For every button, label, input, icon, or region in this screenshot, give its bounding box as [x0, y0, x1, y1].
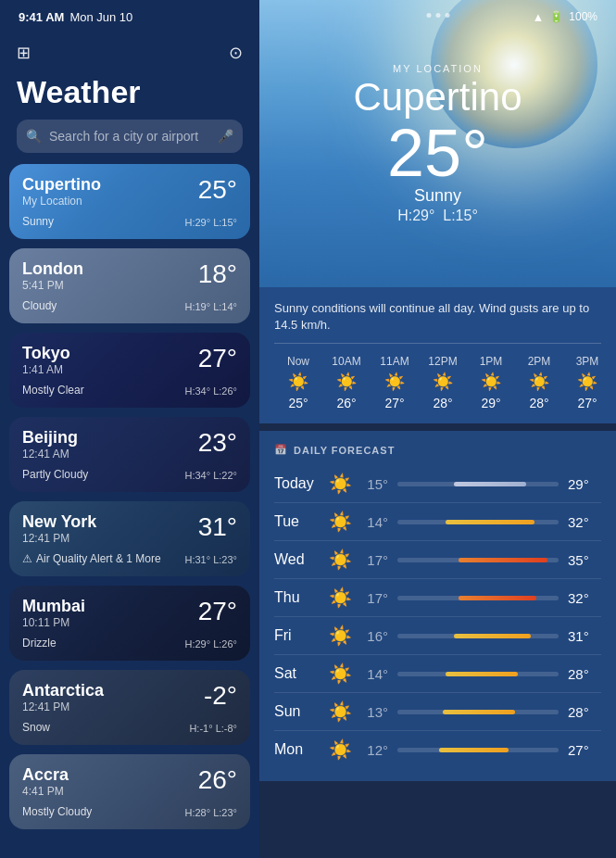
daily-icon: ☀️	[325, 738, 355, 761]
hourly-item: 10AM ☀️ 26°	[322, 355, 371, 410]
city-temp: 18°	[198, 259, 237, 289]
city-condition: Snow	[22, 721, 50, 734]
daily-day: Thu	[274, 589, 325, 606]
city-temp: 31°	[198, 512, 237, 542]
city-high-low: H:34° L:22°	[185, 470, 238, 481]
daily-day: Tue	[274, 513, 325, 530]
daily-bar-container	[397, 672, 559, 676]
status-bar: 9:41 AM Mon Jun 10 ▲ 🔋 100%	[0, 0, 616, 33]
hero-high-low: H:29° L:15°	[353, 208, 522, 224]
city-condition: Cloudy	[22, 299, 57, 312]
hourly-time: 10AM	[332, 355, 360, 368]
daily-bar-container	[397, 520, 559, 524]
hourly-temp: 28°	[529, 396, 548, 410]
hourly-icon: ☀️	[336, 372, 357, 392]
city-high-low: H:28° L:23°	[185, 807, 238, 818]
hourly-description: Sunny conditions will continue all day. …	[274, 300, 601, 344]
city-card-mumbai[interactable]: Mumbai 10:11 PM 27° Drizzle H:29° L:26°	[9, 586, 250, 661]
city-condition: Mostly Clear	[22, 384, 84, 397]
city-temp: 25°	[198, 175, 237, 205]
daily-bar	[439, 748, 509, 752]
hourly-temp: 28°	[433, 396, 452, 410]
city-high-low: H:29° L:26°	[185, 638, 238, 650]
city-time: 12:41 AM	[22, 448, 78, 461]
calendar-icon: 📅	[274, 444, 288, 456]
city-name: Tokyo	[22, 344, 70, 363]
hourly-section: Sunny conditions will continue all day. …	[259, 287, 616, 423]
more-options-button[interactable]: ⊙	[229, 43, 243, 63]
daily-bar	[459, 596, 536, 600]
daily-high: 32°	[568, 514, 601, 530]
hero-section: MY LOCATION Cupertino 25° Sunny H:29° L:…	[259, 0, 616, 287]
hourly-item: 12PM ☀️ 28°	[419, 355, 467, 410]
city-name: New York	[22, 512, 96, 532]
city-name: Beijing	[22, 428, 78, 448]
city-card-antarctica[interactable]: Antarctica 12:41 PM -2° Snow H:-1° L:-8°	[9, 670, 250, 745]
city-name: Accra	[22, 765, 69, 785]
city-high-low: H:29° L:15°	[185, 217, 238, 228]
hourly-icon: ☀️	[433, 372, 453, 392]
daily-low: 13°	[355, 704, 388, 720]
city-high-low: H:34° L:26°	[185, 385, 238, 397]
daily-bar-container	[397, 558, 559, 562]
wifi-icon: ▲	[532, 10, 544, 24]
hourly-temp: 27°	[384, 396, 404, 410]
city-card-tokyo[interactable]: Tokyo 1:41 AM 27° Mostly Clear H:34° L:2…	[9, 333, 250, 408]
city-time: My Location	[22, 195, 101, 208]
sidebar-toggle-icon[interactable]: ⊞	[17, 43, 31, 63]
city-name: Cupertino	[22, 175, 101, 195]
daily-label: 📅 DAILY FORECAST	[274, 444, 601, 456]
daily-bar-container	[397, 710, 559, 714]
city-card-cupertino[interactable]: Cupertino My Location 25° Sunny H:29° L:…	[9, 164, 250, 239]
daily-forecast-row: Today ☀️ 15° 29°	[274, 465, 601, 503]
daily-bar-container	[397, 748, 559, 752]
search-input[interactable]: Search for a city or airport	[49, 129, 210, 144]
daily-icon: ☀️	[325, 549, 355, 571]
hero-condition: Sunny	[353, 186, 522, 206]
daily-icon: ☀️	[325, 662, 355, 685]
daily-bar	[446, 520, 534, 524]
hero-content: MY LOCATION Cupertino 25° Sunny H:29° L:…	[353, 63, 522, 223]
city-name: London	[22, 259, 83, 279]
daily-forecast-row: Sat ☀️ 14° 28°	[274, 655, 601, 693]
city-card-beijing[interactable]: Beijing 12:41 AM 23° Partly Cloudy H:34°…	[9, 417, 250, 492]
city-card-newyork[interactable]: New York 12:41 PM 31° ⚠ Air Quality Aler…	[9, 501, 250, 576]
alert-icon: ⚠	[22, 552, 32, 565]
status-icons: ▲ 🔋 100%	[532, 10, 597, 24]
hourly-temp: 29°	[481, 396, 500, 410]
hourly-icon: ☀️	[384, 372, 405, 392]
city-list: Cupertino My Location 25° Sunny H:29° L:…	[0, 164, 259, 858]
daily-low: 15°	[355, 476, 388, 492]
daily-day: Fri	[274, 627, 325, 644]
city-name: Mumbai	[22, 597, 85, 616]
city-card-london[interactable]: London 5:41 PM 18° Cloudy H:19° L:14°	[9, 248, 250, 323]
hourly-icon: ☀️	[481, 372, 501, 392]
hourly-item: Now ☀️ 25°	[274, 355, 322, 410]
app-title: Weather	[0, 70, 259, 120]
hourly-icon: ☀️	[288, 372, 308, 392]
status-date: Mon Jun 10	[69, 10, 132, 24]
city-card-accra[interactable]: Accra 4:41 PM 26° Mostly Cloudy H:28° L:…	[9, 754, 250, 829]
daily-high: 31°	[568, 628, 601, 644]
daily-high: 28°	[568, 704, 601, 720]
city-condition: Drizzle	[22, 637, 57, 650]
search-bar[interactable]: 🔍 Search for a city or airport 🎤	[17, 120, 243, 153]
hourly-time: 12PM	[428, 355, 457, 368]
city-condition: Partly Cloudy	[22, 468, 88, 481]
hourly-item: 2PM ☀️ 28°	[515, 355, 563, 410]
city-high-low: H:19° L:14°	[185, 301, 238, 312]
city-high-low: H:31° L:23°	[185, 554, 238, 565]
city-temp: 23°	[198, 428, 237, 458]
daily-low: 14°	[355, 514, 388, 530]
city-condition: ⚠ Air Quality Alert & 1 More	[22, 552, 161, 565]
daily-forecast-row: Tue ☀️ 14° 32°	[274, 503, 601, 541]
hourly-time: 11AM	[380, 355, 409, 368]
right-panel: MY LOCATION Cupertino 25° Sunny H:29° L:…	[259, 0, 616, 858]
hourly-item: 1PM ☀️ 29°	[467, 355, 515, 410]
microphone-icon[interactable]: 🎤	[218, 129, 233, 144]
daily-bar-container	[397, 482, 559, 486]
hourly-temp: 27°	[577, 396, 597, 410]
city-time: 4:41 PM	[22, 785, 69, 798]
hourly-time: 2PM	[528, 355, 551, 368]
city-temp: -2°	[204, 681, 237, 711]
